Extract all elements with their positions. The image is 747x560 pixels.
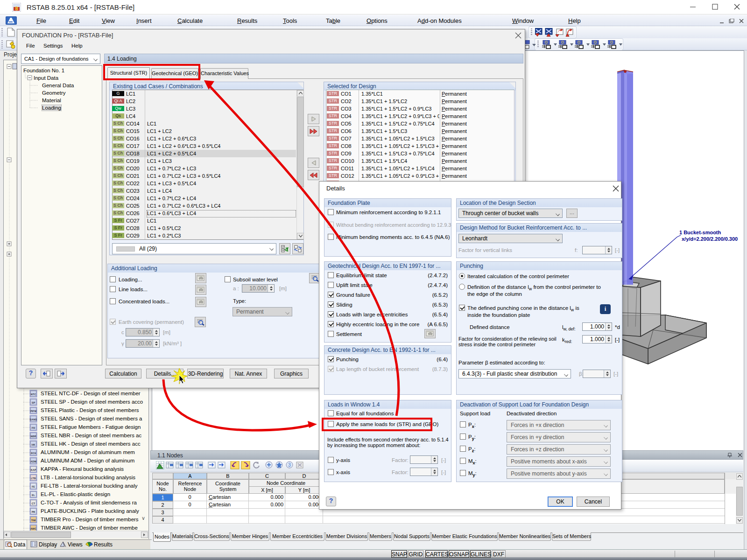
svg-text:EL: EL xyxy=(32,494,35,497)
svg-text:NTC: NTC xyxy=(31,393,36,396)
svg-text:PlFM: PlFM xyxy=(30,410,37,413)
svg-text:TIM: TIM xyxy=(31,519,36,522)
svg-text:KAP: KAP xyxy=(31,469,36,471)
svg-text:NBR: NBR xyxy=(31,435,36,438)
svg-text:8: 8 xyxy=(15,6,18,11)
svg-text:FD: FD xyxy=(32,427,35,429)
svg-text:SANS: SANS xyxy=(30,418,37,421)
svg-text:AWC: AWC xyxy=(30,527,36,530)
svg-text:SP: SP xyxy=(32,401,35,404)
svg-text:FE: FE xyxy=(32,485,35,488)
svg-text:3: 3 xyxy=(288,462,291,468)
svg-text:x/y/d=2.200/2.200/0.300: x/y/d=2.200/2.200/0.300 xyxy=(682,236,738,242)
svg-text:CT: CT xyxy=(32,502,35,505)
svg-text:LTB: LTB xyxy=(31,477,35,480)
svg-text:PB: PB xyxy=(32,511,35,513)
svg-text:EC9: EC9 xyxy=(31,452,36,455)
svg-text:ADM: ADM xyxy=(30,460,36,463)
svg-text:HK: HK xyxy=(32,443,35,446)
svg-text:1 Bucket-smooth: 1 Bucket-smooth xyxy=(679,230,721,235)
